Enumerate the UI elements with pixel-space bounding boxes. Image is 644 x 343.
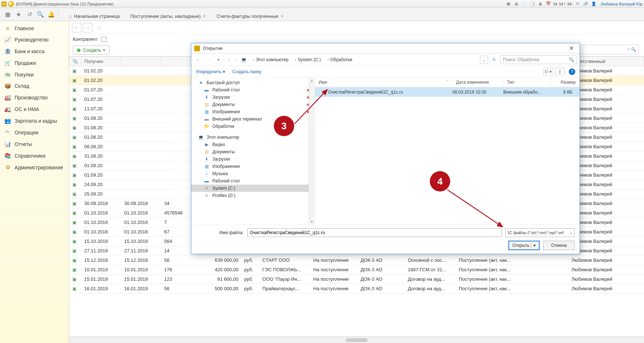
- toolbar-cal-icon[interactable]: 📅: [545, 1, 552, 7]
- create-button[interactable]: ⊕ Создать ▾: [73, 46, 109, 55]
- nav-item[interactable]: 📊Отчеты: [0, 138, 69, 150]
- mem-mminus[interactable]: M-: [567, 1, 573, 7]
- tab-receipts[interactable]: Поступление (акты, накладные)×: [125, 11, 211, 21]
- nav-item[interactable]: 🛍Покупки: [0, 69, 69, 80]
- current-user[interactable]: Любимов Валерий Юр: [601, 2, 643, 6]
- mem-m[interactable]: M: [553, 1, 557, 7]
- col-num[interactable]: [161, 57, 194, 66]
- tree-item[interactable]: ≡System (C:): [191, 185, 315, 192]
- table-row[interactable]: ▣15.12.201815.12.201856639 000,00руб.СТА…: [69, 256, 644, 265]
- notify-icon[interactable]: 🔔: [47, 10, 56, 19]
- view-mode-button[interactable]: ☷ ▾: [543, 68, 553, 76]
- table-row[interactable]: ▣10.01.201910.01.2019178420 000,00руб.ГЭ…: [69, 265, 644, 275]
- main-toolbar: ▦ ★ ↺ 🔍 🔔 ⌂Начальная страница Поступлени…: [0, 8, 644, 21]
- history-icon[interactable]: ↺: [25, 10, 34, 19]
- nav-label: ОС и НМА: [15, 106, 39, 112]
- nav-item[interactable]: 🏭Производство: [0, 92, 69, 103]
- dlg-search[interactable]: Поиск: Обработки 🔍: [500, 55, 577, 64]
- tree-item[interactable]: ▦Изображения: [191, 163, 315, 170]
- favorite-icon[interactable]: ★: [14, 10, 23, 19]
- file-row[interactable]: ◉ОчисткаРегистраСведений1С_q1c.ru06.03.2…: [315, 87, 580, 97]
- h-scrollbar[interactable]: [69, 336, 644, 343]
- tab-home[interactable]: ⌂Начальная страница: [64, 11, 125, 21]
- toolbar-copy-icon[interactable]: 📑: [529, 1, 536, 7]
- tree-item[interactable]: ▶Видео: [191, 141, 315, 148]
- dlg-up-button[interactable]: ↑: [225, 56, 233, 64]
- dialog-close-button[interactable]: ✕: [566, 45, 577, 52]
- toolbar-calc-icon[interactable]: 🖩: [537, 1, 544, 7]
- crumb-drop[interactable]: ⌄: [480, 56, 488, 64]
- hdr-type[interactable]: Тип: [503, 78, 551, 87]
- nav-label: Отчеты: [15, 141, 32, 147]
- tree-item[interactable]: ♪Музыка: [191, 170, 315, 177]
- close-icon[interactable]: ×: [203, 13, 206, 19]
- apps-icon[interactable]: ▦: [3, 10, 12, 19]
- toolbar-print-icon[interactable]: 🖶: [513, 1, 520, 7]
- nav-label: Главное: [15, 25, 34, 31]
- search-icon[interactable]: 🔍: [631, 47, 636, 52]
- tab-home-label: Начальная страница: [74, 13, 120, 19]
- nav-item[interactable]: ᴬᵞОперации: [0, 127, 69, 138]
- dlg-fwd-button[interactable]: →: [204, 56, 212, 64]
- crumb-drive[interactable]: ›System (C:): [292, 56, 322, 63]
- dlg-back-button[interactable]: ←: [194, 56, 202, 64]
- col-received[interactable]: Получен: [81, 57, 121, 66]
- app-menu-drop[interactable]: [8, 1, 14, 7]
- nav-item[interactable]: 👥Зарплата и кадры: [0, 115, 69, 127]
- toolbar-user-icon: 👤: [590, 1, 597, 7]
- hdr-date[interactable]: Дата изменения: [452, 78, 503, 87]
- nav-item[interactable]: ⚙Администрирование: [0, 162, 69, 173]
- tab-invoices[interactable]: Счета-фактуры полученные×: [211, 11, 289, 21]
- open-button[interactable]: Открыть ▾: [508, 241, 540, 250]
- dialog-nav: ← → ▾ ↑ | 💻 ›Этот компьютер ›System (C:)…: [191, 54, 580, 66]
- refresh-button[interactable]: ↻: [490, 56, 498, 64]
- hdr-name[interactable]: Имя ˄: [315, 78, 452, 87]
- nav-item[interactable]: 🚛ОС и НМА: [0, 103, 69, 115]
- tree-item[interactable]: ⬇Загрузки: [191, 155, 315, 163]
- nav-item[interactable]: 📈Руководителю: [0, 34, 69, 46]
- nav-item[interactable]: 📚Справочники: [0, 150, 69, 162]
- nav-icon: 🏦: [4, 48, 11, 55]
- star-icon[interactable]: ☆: [96, 23, 103, 32]
- toolbar-doc-icon[interactable]: 📄: [521, 1, 528, 7]
- cancel-button[interactable]: Отмена: [543, 241, 575, 250]
- tree-item[interactable]: ≡Profiles (D:): [191, 192, 315, 199]
- back-button[interactable]: ←: [72, 23, 81, 32]
- tree-label: Обработки: [212, 124, 234, 129]
- nav-item[interactable]: 🛒Продажи: [0, 57, 69, 69]
- close-icon[interactable]: ×: [281, 13, 284, 19]
- tree-label: Загрузки: [212, 157, 230, 162]
- forward-button[interactable]: →: [83, 23, 92, 32]
- mem-mplus[interactable]: M+: [559, 1, 566, 7]
- nav-item[interactable]: 🏦Банк и касса: [0, 46, 69, 57]
- toolbar-link-icon[interactable]: 🔗: [582, 1, 589, 7]
- toolbar-refresh-icon[interactable]: ↻: [574, 1, 581, 7]
- filter-checkbox[interactable]: [101, 37, 107, 42]
- nav-item[interactable]: ≡Главное: [0, 23, 69, 34]
- preview-pane-button[interactable]: ▯: [555, 68, 564, 76]
- new-folder-button[interactable]: Создать папку: [232, 69, 261, 74]
- table-row[interactable]: ▣16.01.201916.01.201956500 000,00руб.Пра…: [69, 284, 644, 293]
- clear-icon[interactable]: ×: [627, 47, 630, 52]
- tree-item[interactable]: ▬Рабочий стол: [191, 177, 315, 185]
- col-clip[interactable]: 📎: [69, 57, 81, 66]
- tree-item[interactable]: ▤Документы: [191, 148, 315, 155]
- tree-item[interactable]: 💻Этот компьютер: [191, 134, 315, 141]
- toolbar-grid-icon[interactable]: ▦: [505, 1, 512, 7]
- content-area: ← → ☆ Контрагент: ⊕ Создать ▾ Поиск (Ctr…: [69, 21, 644, 343]
- help-button[interactable]: ?: [569, 68, 575, 75]
- crumb-folder[interactable]: ›Обработки: [324, 56, 353, 63]
- file-headers: Имя ˄ Дата изменения Тип Размер: [315, 78, 580, 87]
- crumb-pc[interactable]: ›Этот компьютер: [250, 56, 290, 63]
- search-icon[interactable]: 🔍: [36, 10, 45, 19]
- hdr-size[interactable]: Размер: [551, 78, 580, 87]
- nav-item[interactable]: 📦Склад: [0, 80, 69, 92]
- organize-menu[interactable]: Упорядочить ▾: [196, 69, 225, 74]
- filetype-select[interactable]: 1С файлы (*.txt;*.mxl;*.epf;*.erf⌄: [505, 228, 575, 237]
- pc-icon[interactable]: 💻: [240, 56, 248, 64]
- col-date2[interactable]: [121, 57, 161, 66]
- table-row[interactable]: ▣15.01.201915.01.201912391 800,00руб.ООО…: [69, 275, 644, 284]
- dlg-recent-drop[interactable]: ▾: [215, 56, 223, 64]
- nav-label: Производство: [15, 95, 48, 100]
- tree-item[interactable]: ★Быстрый доступ: [191, 79, 315, 86]
